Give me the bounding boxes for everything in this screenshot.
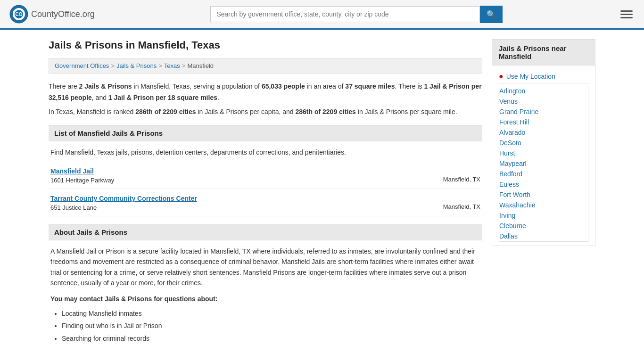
sidebar-city-list: Arlington Venus Grand Prairie Forest Hil… <box>499 86 588 242</box>
breadcrumb-current: Mansfield <box>187 62 214 69</box>
logo-icon: CO <box>9 5 28 24</box>
contact-item: Searching for criminal records <box>62 332 480 345</box>
breadcrumb-sep: > <box>182 62 186 69</box>
logo[interactable]: CO CountyOffice.org <box>9 5 95 24</box>
facility-item: Tarrant County Community Corrections Cen… <box>49 191 482 216</box>
contact-header: You may contact Jails & Prisons for ques… <box>50 294 480 304</box>
facility-name[interactable]: Mansfield Jail <box>50 167 114 175</box>
description-line2: In Texas, Mansfield is ranked 286th of 2… <box>49 107 482 118</box>
sidebar-city-item: Venus <box>499 96 588 107</box>
sidebar-city-link[interactable]: Irving <box>499 212 515 219</box>
list-section-header: List of Mansfield Jails & Prisons <box>49 125 482 141</box>
search-button[interactable]: 🔍 <box>480 6 503 23</box>
menu-line <box>620 17 633 18</box>
facility-item: Mansfield Jail 1601 Heritage Parkway Man… <box>49 164 482 189</box>
sidebar-header: Jails & Prisons near Mansfield <box>492 39 595 66</box>
facility-address: 651 Justice Lane <box>50 204 197 211</box>
sidebar-city-item: Forest Hill <box>499 117 588 127</box>
facility-name[interactable]: Tarrant County Community Corrections Cen… <box>50 195 197 202</box>
facility-address: 1601 Heritage Parkway <box>50 177 114 184</box>
facility-row: Mansfield Jail 1601 Heritage Parkway Man… <box>50 167 480 184</box>
sidebar-city-item: Hurst <box>499 148 588 158</box>
sidebar-list-wrapper: ● Use My Location Arlington Venus Grand … <box>492 66 595 246</box>
sidebar-city-link[interactable]: Maypearl <box>499 160 527 167</box>
sidebar-city-link[interactable]: Cleburne <box>499 222 526 230</box>
breadcrumb-sep: > <box>111 62 115 69</box>
main-content: Jails & Prisons in Mansfield, Texas Gove… <box>49 39 482 353</box>
sidebar-city-link[interactable]: Arlington <box>499 87 525 95</box>
svg-text:CO: CO <box>16 12 23 17</box>
search-input[interactable] <box>210 6 480 22</box>
list-intro: Find Mansfield, Texas jails, prisons, de… <box>49 147 482 157</box>
site-header: CO CountyOffice.org 🔍 <box>0 0 644 30</box>
description-line1: There are 2 Jails & Prisons in Mansfield… <box>49 81 482 104</box>
sidebar-city-item: Euless <box>499 179 588 189</box>
sidebar-city-link[interactable]: Fort Worth <box>499 191 530 198</box>
list-intro-text: Find Mansfield, Texas jails, prisons, de… <box>50 147 480 157</box>
facility-city: Mansfield, TX <box>443 167 480 183</box>
breadcrumb: Government Offices > Jails & Prisons > T… <box>49 58 482 74</box>
about-section-header: About Jails & Prisons <box>49 224 482 240</box>
logo-text: CountyOffice.org <box>31 9 95 19</box>
content-wrapper: Jails & Prisons in Mansfield, Texas Gove… <box>39 30 605 353</box>
sidebar-city-link[interactable]: Bedford <box>499 170 522 178</box>
breadcrumb-link-texas[interactable]: Texas <box>164 62 180 69</box>
sidebar-city-link[interactable]: Venus <box>499 98 518 105</box>
use-location-link[interactable]: Use My Location <box>506 73 555 80</box>
use-location[interactable]: ● Use My Location <box>499 69 588 84</box>
sidebar-city-item: Waxahachie <box>499 200 588 210</box>
sidebar: Jails & Prisons near Mansfield ● Use My … <box>492 39 595 353</box>
about-content: A Mansfield Jail or Prison is a secure f… <box>49 246 482 345</box>
breadcrumb-link-jails[interactable]: Jails & Prisons <box>116 62 157 69</box>
facility-details: Tarrant County Community Corrections Cen… <box>50 195 197 211</box>
about-text: A Mansfield Jail or Prison is a secure f… <box>50 246 480 288</box>
sidebar-city-item: Dallas <box>499 231 588 241</box>
breadcrumb-sep: > <box>158 62 162 69</box>
sidebar-city-item: Maypearl <box>499 158 588 169</box>
sidebar-city-link[interactable]: Waxahachie <box>499 201 536 209</box>
search-icon: 🔍 <box>487 10 496 18</box>
contact-list: Locating Mansfield inmates Finding out w… <box>50 307 480 345</box>
facility-row: Tarrant County Community Corrections Cen… <box>50 195 480 211</box>
sidebar-city-link[interactable]: DeSoto <box>499 139 521 147</box>
menu-line <box>620 10 633 12</box>
sidebar-city-item: DeSoto <box>499 138 588 148</box>
sidebar-city-item: Irving <box>499 210 588 221</box>
location-icon: ● <box>499 72 504 81</box>
breadcrumb-link-gov[interactable]: Government Offices <box>55 62 109 69</box>
sidebar-city-link[interactable]: Grand Prairie <box>499 108 538 115</box>
page-title: Jails & Prisons in Mansfield, Texas <box>49 39 482 51</box>
sidebar-city-link[interactable]: Alvarado <box>499 129 525 136</box>
description-block: There are 2 Jails & Prisons in Mansfield… <box>49 81 482 117</box>
search-area: 🔍 <box>210 6 503 23</box>
menu-line <box>620 14 633 15</box>
sidebar-city-link[interactable]: Hurst <box>499 149 515 157</box>
sidebar-city-item: Grand Prairie <box>499 107 588 117</box>
sidebar-city-item: Cleburne <box>499 221 588 231</box>
facility-city: Mansfield, TX <box>443 195 480 210</box>
sidebar-city-item: Arlington <box>499 86 588 96</box>
sidebar-city-item: Fort Worth <box>499 189 588 200</box>
sidebar-city-link[interactable]: Dallas <box>499 232 518 240</box>
sidebar-city-item: Alvarado <box>499 127 588 138</box>
sidebar-city-link[interactable]: Forest Hill <box>499 118 529 126</box>
facility-details: Mansfield Jail 1601 Heritage Parkway <box>50 167 114 184</box>
menu-button[interactable] <box>619 8 635 20</box>
contact-item: Finding out who is in Jail or Prison <box>62 320 480 332</box>
sidebar-city-item: Bedford <box>499 169 588 179</box>
contact-item: Locating Mansfield inmates <box>62 307 480 320</box>
sidebar-city-link[interactable]: Euless <box>499 181 519 188</box>
